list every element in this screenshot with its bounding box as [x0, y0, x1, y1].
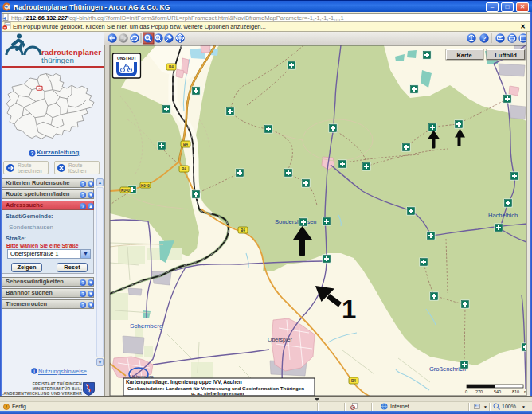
svg-text:B4: B4: [183, 143, 188, 146]
svg-text:B4: B4: [351, 379, 356, 383]
svg-text:Luftbild: Luftbild: [495, 52, 517, 59]
svg-text:B4: B4: [241, 228, 245, 232]
svg-text:270: 270: [475, 389, 483, 394]
svg-text:Schernberg: Schernberg: [130, 322, 162, 330]
svg-text:K040: K040: [121, 189, 130, 193]
svg-text:B4: B4: [182, 167, 186, 171]
svg-text:Hachelbich: Hachelbich: [488, 212, 518, 219]
svg-text:B4: B4: [169, 65, 174, 69]
svg-text:UNSTRUT: UNSTRUT: [117, 56, 136, 61]
svg-text:Sondersh​ausen: Sondersh​ausen: [275, 218, 317, 225]
svg-text:0: 0: [465, 389, 467, 394]
svg-text:?: ?: [483, 35, 487, 42]
svg-text:Karte: Karte: [456, 52, 471, 59]
svg-text:thüringen: thüringen: [41, 56, 74, 64]
svg-text:?: ?: [31, 150, 34, 156]
svg-text:810: 810: [512, 389, 519, 394]
svg-text:u. a., siehe Impressum: u. a., siehe Impressum: [191, 390, 244, 396]
svg-text:540: 540: [494, 389, 501, 394]
svg-text:Oberspier: Oberspier: [268, 337, 292, 343]
svg-text:K040: K040: [141, 184, 150, 188]
svg-text:!: !: [6, 404, 7, 409]
svg-text:1: 1: [342, 295, 356, 324]
